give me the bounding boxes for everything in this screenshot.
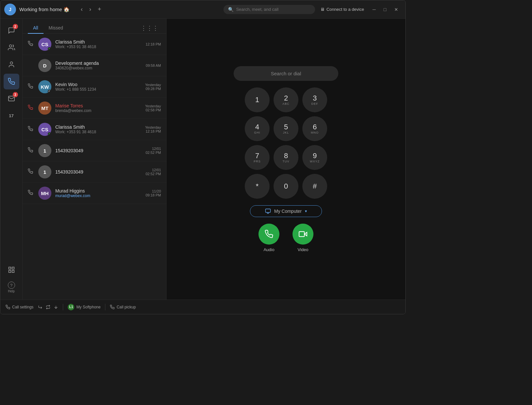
main-content: 2 3 xyxy=(0,19,405,300)
online-indicator xyxy=(48,132,51,136)
contact-name: 15439203049 xyxy=(55,169,142,175)
softphone-selector[interactable]: L1 My Softphone xyxy=(68,304,100,310)
video-call-button-group: Video xyxy=(293,224,313,252)
video-call-button[interactable] xyxy=(293,224,313,245)
contact-avatar: KW xyxy=(38,80,51,93)
sidebar-item-calls[interactable] xyxy=(4,74,19,89)
voicemail-badge: 3 xyxy=(13,92,18,97)
dial-button-star[interactable]: * xyxy=(245,174,270,199)
call-action-buttons: Audio Video xyxy=(258,224,313,252)
contact-name: Clarissa Smith xyxy=(55,124,141,130)
audio-call-button[interactable] xyxy=(258,224,279,245)
divider xyxy=(105,304,105,310)
dial-button-0[interactable]: 0 xyxy=(274,174,298,199)
user-avatar[interactable]: J xyxy=(4,4,16,15)
dial-button-9[interactable]: 9 WXYZ xyxy=(302,145,327,170)
online-indicator xyxy=(48,47,51,50)
dial-input[interactable] xyxy=(234,66,338,81)
call-info: Clarissa Smith Work: +353 91 38 4618 xyxy=(55,124,141,134)
device-label: My Computer xyxy=(274,209,302,214)
titlebar-controls: ─ □ ✕ xyxy=(369,5,401,14)
more-options-button[interactable]: ⋮⋮⋮ xyxy=(138,23,161,33)
nav-forward-button[interactable]: › xyxy=(87,5,94,14)
call-outgoing-icon xyxy=(28,190,34,196)
call-info: Development agenda 340620@webex.com xyxy=(55,61,142,70)
contact-name: Murad Higgins xyxy=(55,188,142,193)
svg-rect-5 xyxy=(9,270,10,272)
call-item[interactable]: KW Kevin Woo Work: +1 888 555 1234 Yeste… xyxy=(23,76,166,98)
dial-button-2[interactable]: 2 ABC xyxy=(274,87,298,112)
global-search-input[interactable] xyxy=(236,7,310,12)
dial-button-4[interactable]: 4 GHI xyxy=(245,116,270,141)
contact-detail: Work: +353 91 38 4618 xyxy=(55,45,142,49)
titlebar-center: 🔍 🖥 Connect to a device xyxy=(223,5,364,14)
video-icon xyxy=(299,230,307,238)
device-selector-button[interactable]: My Computer ▾ xyxy=(250,205,322,217)
contact-name: Clarissa Smith xyxy=(55,39,142,45)
dial-button-6[interactable]: 6 MNO xyxy=(302,116,327,141)
nav-add-button[interactable]: + xyxy=(95,5,104,14)
svg-rect-4 xyxy=(12,267,14,269)
sidebar-item-contacts[interactable] xyxy=(4,57,19,72)
divider xyxy=(63,304,63,310)
minimize-button[interactable]: ─ xyxy=(369,5,379,14)
tab-missed[interactable]: Missed xyxy=(44,23,68,34)
chat-badge: 2 xyxy=(13,24,18,29)
phone-icon xyxy=(265,230,273,238)
svg-point-0 xyxy=(9,45,11,47)
contact-name: Development agenda xyxy=(55,61,142,66)
call-time: 11/2009:18 PM xyxy=(146,189,161,197)
nav-back-button[interactable]: ‹ xyxy=(78,5,85,14)
close-button[interactable]: ✕ xyxy=(391,5,401,14)
sidebar-bottom: ? Help xyxy=(4,262,19,296)
contact-name: Kevin Woo xyxy=(55,82,141,87)
sidebar-item-calendar[interactable]: 17 xyxy=(4,108,19,123)
call-settings-icon xyxy=(6,305,10,309)
call-item[interactable]: D Development agenda 340620@webex.com 09… xyxy=(23,55,166,76)
global-search-bar[interactable]: 🔍 xyxy=(223,5,315,14)
dial-button-3[interactable]: 3 DEF xyxy=(302,87,327,112)
call-tabs: All Missed ⋮⋮⋮ xyxy=(23,19,166,34)
dial-button-1[interactable]: 1 xyxy=(245,87,270,112)
connect-device-button[interactable]: 🖥 Connect to a device xyxy=(320,7,364,12)
contact-detail: murad@webex.com xyxy=(55,193,142,198)
call-item[interactable]: CS Clarissa Smith Work: +353 91 38 4618 … xyxy=(23,119,166,140)
call-item[interactable]: 1 15439203049 12/0102:52 PM xyxy=(23,140,166,161)
sidebar-item-chat[interactable]: 2 xyxy=(4,23,19,38)
status-indicator xyxy=(48,90,51,93)
sidebar-item-voicemail[interactable]: 3 xyxy=(4,91,19,106)
call-pickup-label: Call pickup xyxy=(116,305,136,309)
svg-rect-11 xyxy=(299,231,304,236)
call-item[interactable]: CS Clarissa Smith Work: +353 91 38 4618 … xyxy=(23,34,166,55)
svg-point-1 xyxy=(10,62,12,64)
sidebar-item-teams[interactable] xyxy=(4,40,19,55)
call-outgoing-icon xyxy=(28,41,34,47)
contact-detail: brenda@webex.com xyxy=(55,108,141,113)
sidebar-item-apps[interactable] xyxy=(4,262,19,278)
call-time: 12/0102:52 PM xyxy=(146,147,161,155)
call-pickup-button[interactable]: Call pickup xyxy=(110,305,136,309)
dial-button-7[interactable]: 7 PRS xyxy=(245,145,270,170)
titlebar: J Working from home 🏠 ‹ › + 🔍 🖥 Connect … xyxy=(0,0,405,19)
svg-rect-3 xyxy=(9,267,10,269)
call-item[interactable]: 1 15439203049 12/0102:52 PM xyxy=(23,161,166,183)
sidebar-item-help[interactable]: ? Help xyxy=(5,279,18,296)
contact-avatar: 1 xyxy=(38,165,51,178)
call-item[interactable]: MH Murad Higgins murad@webex.com 11/2009… xyxy=(23,183,166,204)
dial-button-5[interactable]: 5 JKL xyxy=(274,116,298,141)
titlebar-nav: ‹ › + xyxy=(78,5,104,14)
contact-detail: 340620@webex.com xyxy=(55,66,142,70)
call-item[interactable]: MT Marise Torres brenda@webex.com Yester… xyxy=(23,98,166,119)
svg-rect-6 xyxy=(12,270,14,272)
call-settings-button[interactable]: Call settings xyxy=(6,305,33,309)
maximize-button[interactable]: □ xyxy=(381,5,390,14)
contact-avatar: 1 xyxy=(38,144,51,157)
softphone-label: My Softphone xyxy=(76,305,100,309)
dial-button-hash[interactable]: # xyxy=(302,174,327,199)
contact-avatar: CS xyxy=(38,123,51,136)
search-icon: 🔍 xyxy=(228,7,234,12)
dial-button-8[interactable]: 8 TUV xyxy=(274,145,298,170)
tab-all[interactable]: All xyxy=(28,23,44,34)
contact-detail: Work: +353 91 38 4618 xyxy=(55,130,141,134)
contact-name: 15439203049 xyxy=(55,148,142,153)
